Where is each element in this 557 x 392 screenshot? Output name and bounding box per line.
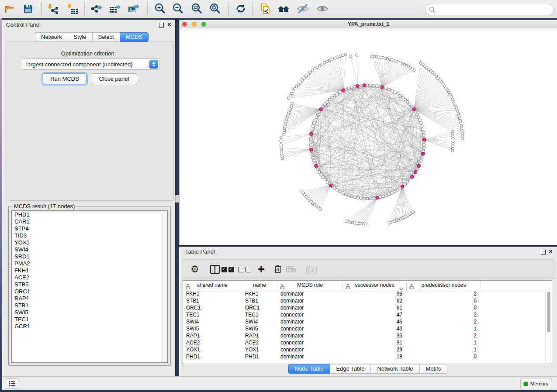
tab-select[interactable]: Select [92, 32, 120, 42]
apply-layout-icon[interactable] [234, 2, 247, 15]
tab-edge-table[interactable]: Edge Table [330, 364, 371, 374]
float-panel-icon[interactable] [159, 23, 164, 28]
tree-icon [280, 283, 285, 291]
toolbar-separator [253, 2, 253, 15]
tab-network-table[interactable]: Network Table [370, 364, 419, 374]
table-scrollbar-thumb[interactable] [547, 292, 550, 332]
network-window-titlebar[interactable]: YPA_prune.txt_1 [180, 20, 557, 28]
mcds-result-item[interactable]: SRD1 [12, 253, 161, 260]
add-row-icon[interactable]: + [254, 262, 268, 276]
tree-icon [186, 283, 190, 291]
table-scrollbar[interactable] [545, 290, 552, 364]
column-header-predecessor-nodes[interactable]: predecessor nodes [407, 281, 481, 290]
table-settings-icon[interactable]: ⚙ [188, 262, 202, 276]
memory-button[interactable]: Memory [520, 378, 551, 389]
close-panel-icon[interactable]: × [167, 20, 171, 29]
import-table-icon[interactable] [66, 2, 79, 15]
table-row[interactable]: PHD1PHD1dominator180 [183, 353, 552, 360]
float-table-panel-icon[interactable] [541, 250, 546, 254]
mcds-result-item[interactable]: SWI4 [12, 246, 161, 253]
column-label: predecessor nodes [407, 281, 481, 290]
table-row[interactable]: RAP1RAP1dominator352 [183, 332, 552, 339]
mcds-result-item[interactable]: TEC1 [12, 316, 161, 323]
close-window-icon[interactable] [182, 22, 187, 27]
mcds-result-item[interactable]: PMA2 [12, 260, 161, 267]
first-neighbors-icon[interactable] [277, 2, 290, 15]
zoom-out-icon[interactable] [171, 2, 184, 15]
save-session-icon[interactable] [21, 2, 35, 15]
maximize-window-icon[interactable] [201, 22, 206, 27]
export-network-icon[interactable] [90, 2, 103, 15]
table-cell: PHD1 [183, 353, 242, 360]
list-scrollbar[interactable] [161, 211, 167, 362]
mcds-result-list[interactable]: PHD1CAR1STP4TID3YOX1SWI4SRD1PMA2FKH1ACE2… [11, 210, 168, 363]
tab-node-table[interactable]: Node Table [288, 364, 330, 374]
delete-table-icon[interactable] [284, 262, 298, 276]
column-header-shared-name[interactable]: shared name [183, 281, 242, 290]
mcds-result-item[interactable]: PHD1 [12, 211, 161, 218]
open-file-icon[interactable] [3, 2, 16, 15]
column-header-MCDS-role[interactable]: MCDS role [277, 281, 343, 290]
column-header-name[interactable]: name [242, 281, 277, 290]
export-table-icon[interactable] [108, 2, 121, 15]
table-cell: 35 [343, 332, 407, 339]
splitter-handle[interactable] [175, 195, 180, 203]
mcds-result-item[interactable]: STP4 [12, 225, 161, 232]
column-label: shared name [183, 281, 242, 290]
table-cell: dominator [277, 332, 343, 339]
table-row[interactable]: ACE2ACE2connector311 [183, 339, 552, 346]
control-panel-tabs: NetworkStyleSelectMCDS [35, 32, 149, 42]
mcds-result-item[interactable]: ORC1 [12, 288, 161, 295]
table-cell: FKH1 [183, 290, 242, 297]
mcds-result-item[interactable]: YOX1 [12, 239, 161, 246]
tab-mcds[interactable]: MCDS [120, 32, 149, 42]
function-builder-icon[interactable]: f(x) [302, 262, 321, 276]
mcds-result-item[interactable]: TID3 [12, 232, 161, 239]
table-cell: 61 [343, 304, 407, 311]
mcds-result-item[interactable]: FKH1 [12, 267, 161, 274]
zoom-selected-icon[interactable] [208, 2, 221, 15]
select-all-icon[interactable] [221, 262, 235, 276]
optimization-criterion-select[interactable]: largest connected component (undirected) [22, 58, 159, 70]
zoom-in-icon[interactable] [153, 2, 166, 15]
column-visibility-icon[interactable] [208, 262, 222, 276]
table-cell: connector [277, 311, 343, 318]
mcds-result-item[interactable]: RAP1 [12, 295, 161, 302]
table-row[interactable]: ORC1ORC1dominator610 [183, 304, 552, 311]
column-header-successor-nodes[interactable]: successor nodes [343, 281, 407, 290]
search-input[interactable] [436, 6, 554, 14]
table-cell: dominator [277, 318, 343, 325]
run-mcds-button[interactable]: Run MCDS [43, 73, 86, 84]
copy-network-icon[interactable] [259, 2, 272, 15]
mcds-result-item[interactable]: SWI5 [12, 309, 161, 316]
close-table-panel-icon[interactable]: × [549, 247, 553, 256]
export-image-icon[interactable] [127, 2, 140, 15]
zoom-fit-icon[interactable] [190, 2, 203, 15]
mcds-result-item[interactable]: CAR1 [12, 218, 161, 225]
mcds-result-item[interactable]: STB5 [12, 281, 161, 288]
tab-motifs[interactable]: Motifs [419, 364, 448, 374]
show-all-icon[interactable] [316, 2, 329, 15]
deselect-all-icon[interactable] [238, 262, 252, 276]
close-panel-button[interactable]: Close panel [91, 73, 137, 84]
table-row[interactable]: SWI5SWI5connector431 [183, 325, 552, 332]
mcds-result-item[interactable]: STB1 [12, 302, 161, 309]
mcds-result-item[interactable]: ACE2 [12, 274, 161, 281]
show-panels-button[interactable] [6, 378, 18, 389]
tab-network[interactable]: Network [35, 32, 68, 42]
import-network-icon[interactable] [47, 2, 60, 15]
tab-style[interactable]: Style [68, 32, 92, 42]
table-row[interactable]: FKH1FKH1dominator962 [183, 290, 552, 297]
mcds-result-item[interactable]: GCR1 [12, 323, 161, 330]
mcds-result-group: MCDS result (17 nodes) PHD1CAR1STP4TID3Y… [8, 206, 171, 366]
table-cell: RAP1 [183, 332, 242, 339]
delete-row-icon[interactable] [271, 262, 285, 276]
table-row[interactable]: STB1STB1dominator620 [183, 297, 552, 304]
network-canvas-svg[interactable] [180, 28, 557, 245]
table-row[interactable]: YOX1YOX1connector291 [183, 346, 552, 353]
minimize-window-icon[interactable] [192, 22, 197, 27]
hide-selected-icon[interactable] [296, 2, 309, 15]
table-row[interactable]: SWI4SWI4dominator462 [183, 318, 552, 325]
table-row[interactable]: TEC1TEC1connector472 [183, 311, 552, 318]
node-table[interactable]: shared namenameMCDS rolesuccessor nodesp… [183, 280, 552, 364]
